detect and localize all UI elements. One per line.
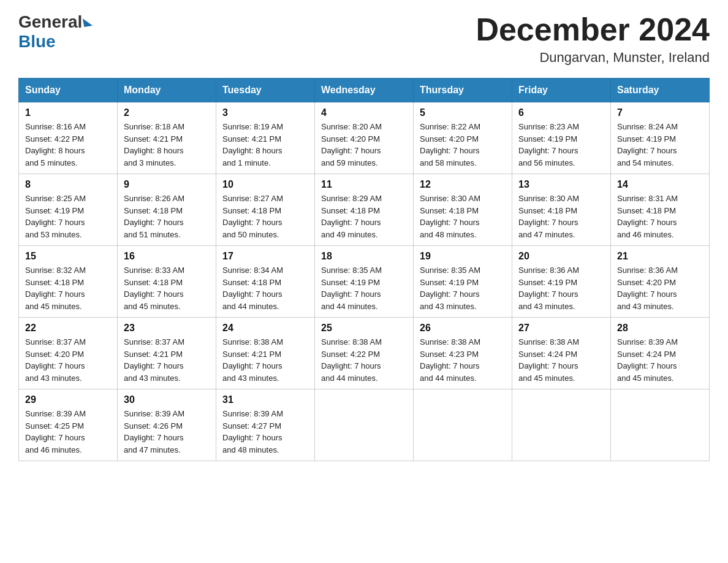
day-info: Sunrise: 8:20 AM Sunset: 4:20 PM Dayligh… (321, 121, 407, 169)
day-number: 27 (518, 323, 604, 334)
day-number: 18 (321, 251, 407, 262)
calendar-cell: 4Sunrise: 8:20 AM Sunset: 4:20 PM Daylig… (315, 102, 414, 174)
day-number: 26 (420, 323, 506, 334)
logo: General Blue (18, 12, 93, 52)
day-info: Sunrise: 8:39 AM Sunset: 4:27 PM Dayligh… (222, 408, 308, 456)
day-info: Sunrise: 8:38 AM Sunset: 4:21 PM Dayligh… (222, 336, 308, 384)
col-header-friday: Friday (512, 79, 611, 102)
day-info: Sunrise: 8:22 AM Sunset: 4:20 PM Dayligh… (420, 121, 506, 169)
col-header-monday: Monday (118, 79, 216, 102)
day-number: 24 (222, 323, 308, 334)
day-info: Sunrise: 8:38 AM Sunset: 4:23 PM Dayligh… (420, 336, 506, 384)
calendar-cell: 24Sunrise: 8:38 AM Sunset: 4:21 PM Dayli… (216, 318, 315, 389)
day-info: Sunrise: 8:39 AM Sunset: 4:25 PM Dayligh… (25, 408, 111, 456)
calendar-cell: 17Sunrise: 8:34 AM Sunset: 4:18 PM Dayli… (216, 246, 315, 318)
calendar-cell: 9Sunrise: 8:26 AM Sunset: 4:18 PM Daylig… (118, 174, 216, 246)
logo-arrow-icon (83, 17, 93, 27)
calendar-cell: 22Sunrise: 8:37 AM Sunset: 4:20 PM Dayli… (19, 318, 118, 389)
calendar-cell: 1Sunrise: 8:16 AM Sunset: 4:22 PM Daylig… (19, 102, 118, 174)
day-number: 12 (420, 179, 506, 190)
calendar-cell (611, 389, 710, 461)
calendar-cell: 18Sunrise: 8:35 AM Sunset: 4:19 PM Dayli… (315, 246, 414, 318)
calendar-cell: 19Sunrise: 8:35 AM Sunset: 4:19 PM Dayli… (414, 246, 512, 318)
col-header-saturday: Saturday (611, 79, 710, 102)
calendar-cell: 5Sunrise: 8:22 AM Sunset: 4:20 PM Daylig… (414, 102, 512, 174)
col-header-thursday: Thursday (414, 79, 512, 102)
day-number: 6 (518, 107, 604, 118)
calendar-cell: 25Sunrise: 8:38 AM Sunset: 4:22 PM Dayli… (315, 318, 414, 389)
day-number: 20 (518, 251, 604, 262)
day-number: 2 (124, 107, 210, 118)
day-info: Sunrise: 8:25 AM Sunset: 4:19 PM Dayligh… (25, 193, 111, 240)
calendar-cell: 23Sunrise: 8:37 AM Sunset: 4:21 PM Dayli… (118, 318, 216, 389)
day-number: 29 (25, 394, 111, 405)
day-info: Sunrise: 8:38 AM Sunset: 4:22 PM Dayligh… (321, 336, 407, 384)
day-info: Sunrise: 8:39 AM Sunset: 4:26 PM Dayligh… (124, 408, 210, 456)
day-number: 7 (617, 107, 703, 118)
calendar-week-5: 29Sunrise: 8:39 AM Sunset: 4:25 PM Dayli… (19, 389, 710, 461)
day-info: Sunrise: 8:29 AM Sunset: 4:18 PM Dayligh… (321, 193, 407, 240)
day-number: 5 (420, 107, 506, 118)
calendar-header-row: SundayMondayTuesdayWednesdayThursdayFrid… (19, 79, 710, 102)
day-number: 21 (617, 251, 703, 262)
calendar-cell: 10Sunrise: 8:27 AM Sunset: 4:18 PM Dayli… (216, 174, 315, 246)
month-title: December 2024 (476, 12, 710, 47)
calendar-table: SundayMondayTuesdayWednesdayThursdayFrid… (18, 78, 710, 461)
day-info: Sunrise: 8:18 AM Sunset: 4:21 PM Dayligh… (124, 121, 210, 169)
calendar-cell: 30Sunrise: 8:39 AM Sunset: 4:26 PM Dayli… (118, 389, 216, 461)
calendar-cell: 14Sunrise: 8:31 AM Sunset: 4:18 PM Dayli… (611, 174, 710, 246)
calendar-cell (512, 389, 611, 461)
day-number: 3 (222, 107, 308, 118)
day-info: Sunrise: 8:33 AM Sunset: 4:18 PM Dayligh… (124, 264, 210, 312)
calendar-cell (315, 389, 414, 461)
day-number: 13 (518, 179, 604, 190)
calendar-cell: 21Sunrise: 8:36 AM Sunset: 4:20 PM Dayli… (611, 246, 710, 318)
day-number: 15 (25, 251, 111, 262)
day-number: 22 (25, 323, 111, 334)
logo-general-text: General (18, 12, 82, 32)
col-header-tuesday: Tuesday (216, 79, 315, 102)
day-info: Sunrise: 8:24 AM Sunset: 4:19 PM Dayligh… (617, 121, 703, 169)
day-number: 8 (25, 179, 111, 190)
calendar-cell: 7Sunrise: 8:24 AM Sunset: 4:19 PM Daylig… (611, 102, 710, 174)
day-info: Sunrise: 8:23 AM Sunset: 4:19 PM Dayligh… (518, 121, 604, 169)
day-info: Sunrise: 8:39 AM Sunset: 4:24 PM Dayligh… (617, 336, 703, 384)
title-block: December 2024 Dungarvan, Munster, Irelan… (476, 12, 710, 66)
col-header-sunday: Sunday (19, 79, 118, 102)
calendar-cell (414, 389, 512, 461)
day-number: 23 (124, 323, 210, 334)
day-info: Sunrise: 8:38 AM Sunset: 4:24 PM Dayligh… (518, 336, 604, 384)
calendar-week-1: 1Sunrise: 8:16 AM Sunset: 4:22 PM Daylig… (19, 102, 710, 174)
day-info: Sunrise: 8:35 AM Sunset: 4:19 PM Dayligh… (321, 264, 407, 312)
day-info: Sunrise: 8:32 AM Sunset: 4:18 PM Dayligh… (25, 264, 111, 312)
calendar-cell: 11Sunrise: 8:29 AM Sunset: 4:18 PM Dayli… (315, 174, 414, 246)
calendar-cell: 20Sunrise: 8:36 AM Sunset: 4:19 PM Dayli… (512, 246, 611, 318)
day-info: Sunrise: 8:30 AM Sunset: 4:18 PM Dayligh… (518, 193, 604, 240)
location-subtitle: Dungarvan, Munster, Ireland (476, 50, 710, 66)
calendar-cell: 2Sunrise: 8:18 AM Sunset: 4:21 PM Daylig… (118, 102, 216, 174)
day-number: 11 (321, 179, 407, 190)
calendar-cell: 26Sunrise: 8:38 AM Sunset: 4:23 PM Dayli… (414, 318, 512, 389)
calendar-cell: 31Sunrise: 8:39 AM Sunset: 4:27 PM Dayli… (216, 389, 315, 461)
calendar-cell: 13Sunrise: 8:30 AM Sunset: 4:18 PM Dayli… (512, 174, 611, 246)
day-info: Sunrise: 8:36 AM Sunset: 4:20 PM Dayligh… (617, 264, 703, 312)
logo-blue-text: Blue (18, 32, 56, 52)
page-header: General Blue December 2024 Dungarvan, Mu… (18, 12, 710, 66)
day-info: Sunrise: 8:36 AM Sunset: 4:19 PM Dayligh… (518, 264, 604, 312)
day-number: 30 (124, 394, 210, 405)
col-header-wednesday: Wednesday (315, 79, 414, 102)
calendar-cell: 6Sunrise: 8:23 AM Sunset: 4:19 PM Daylig… (512, 102, 611, 174)
day-info: Sunrise: 8:37 AM Sunset: 4:20 PM Dayligh… (25, 336, 111, 384)
calendar-cell: 28Sunrise: 8:39 AM Sunset: 4:24 PM Dayli… (611, 318, 710, 389)
calendar-week-4: 22Sunrise: 8:37 AM Sunset: 4:20 PM Dayli… (19, 318, 710, 389)
day-number: 17 (222, 251, 308, 262)
day-number: 4 (321, 107, 407, 118)
day-info: Sunrise: 8:37 AM Sunset: 4:21 PM Dayligh… (124, 336, 210, 384)
day-number: 31 (222, 394, 308, 405)
day-number: 14 (617, 179, 703, 190)
day-info: Sunrise: 8:27 AM Sunset: 4:18 PM Dayligh… (222, 193, 308, 240)
calendar-cell: 29Sunrise: 8:39 AM Sunset: 4:25 PM Dayli… (19, 389, 118, 461)
day-number: 1 (25, 107, 111, 118)
day-info: Sunrise: 8:19 AM Sunset: 4:21 PM Dayligh… (222, 121, 308, 169)
day-number: 28 (617, 323, 703, 334)
